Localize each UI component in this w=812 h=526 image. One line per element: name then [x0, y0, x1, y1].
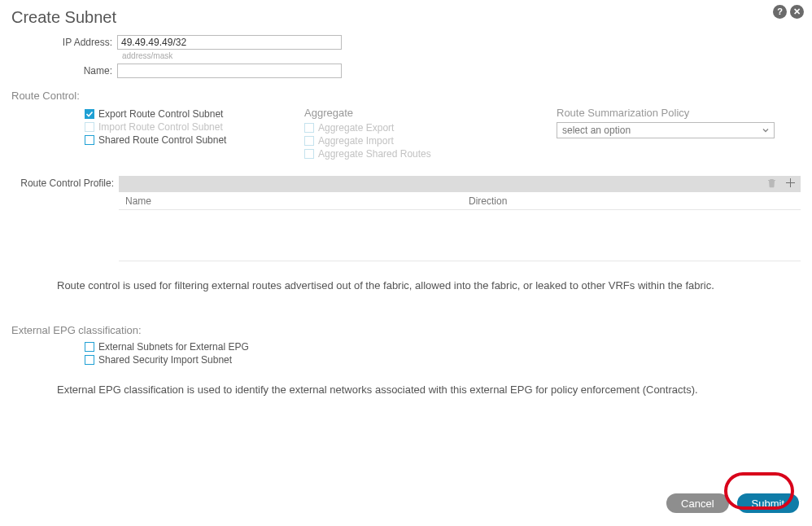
ip-address-hint: address/mask [122, 51, 801, 60]
checkbox-label: Export Route Control Subnet [98, 108, 223, 120]
checkbox-unchecked-icon [85, 342, 94, 352]
name-label: Name: [11, 65, 117, 77]
checkbox-unchecked-icon [85, 135, 94, 145]
checkbox-label: Aggregate Shared Routes [318, 148, 431, 160]
route-control-profile-table: Name Direction [119, 176, 801, 261]
help-icon[interactable]: ? [773, 5, 787, 19]
checkbox-unchecked-icon [304, 149, 314, 159]
table-body-empty [119, 210, 801, 261]
checkbox-label: Aggregate Import [318, 135, 394, 147]
checkbox-label: Shared Route Control Subnet [98, 134, 226, 146]
route-summarization-heading: Route Summarization Policy [557, 107, 801, 119]
close-icon[interactable]: ✕ [790, 5, 804, 19]
checkbox-label: External Subnets for External EPG [98, 341, 249, 353]
checkbox-checked-icon [85, 109, 94, 119]
route-control-heading: Route Control: [11, 90, 801, 102]
checkbox-unchecked-icon [304, 123, 314, 133]
plus-icon[interactable] [785, 178, 796, 191]
external-subnets-for-external-epg-row[interactable]: External Subnets for External EPG [85, 341, 801, 353]
aggregate-heading: Aggregate [304, 107, 557, 119]
checkbox-label: Shared Security Import Subnet [98, 354, 232, 366]
route-summarization-select[interactable]: select an option [557, 122, 775, 138]
help-glyph: ? [777, 7, 783, 16]
export-route-control-subnet-row[interactable]: Export Route Control Subnet [85, 108, 304, 120]
external-epg-heading: External EPG classification: [11, 324, 801, 336]
chevron-down-icon [761, 125, 771, 135]
import-route-control-subnet-row: Import Route Control Subnet [85, 121, 304, 133]
checkbox-label: Import Route Control Subnet [98, 121, 223, 133]
checkbox-unchecked-icon [85, 122, 94, 132]
column-header-name: Name [119, 195, 469, 207]
submit-button[interactable]: Submit [737, 493, 799, 513]
shared-security-import-subnet-row[interactable]: Shared Security Import Subnet [85, 354, 801, 366]
close-glyph: ✕ [793, 7, 801, 16]
column-header-direction: Direction [469, 195, 801, 207]
external-epg-description: External EPG classification is used to i… [57, 384, 801, 396]
select-value: select an option [562, 125, 631, 136]
ip-address-label: IP Address: [11, 37, 117, 48]
checkbox-unchecked-icon [85, 355, 94, 365]
aggregate-shared-routes-row: Aggregate Shared Routes [304, 148, 557, 160]
aggregate-export-row: Aggregate Export [304, 122, 557, 134]
ip-address-input[interactable] [117, 35, 342, 50]
shared-route-control-subnet-row[interactable]: Shared Route Control Subnet [85, 134, 304, 146]
cancel-button[interactable]: Cancel [666, 493, 728, 513]
name-input[interactable] [117, 64, 342, 78]
route-control-profile-label: Route Control Profile: [11, 176, 119, 189]
aggregate-import-row: Aggregate Import [304, 135, 557, 147]
checkbox-label: Aggregate Export [318, 122, 394, 134]
dialog-title: Create Subnet [11, 8, 801, 27]
route-control-description: Route control is used for filtering exte… [57, 279, 801, 291]
trash-icon[interactable] [766, 178, 777, 191]
checkbox-unchecked-icon [304, 136, 314, 146]
